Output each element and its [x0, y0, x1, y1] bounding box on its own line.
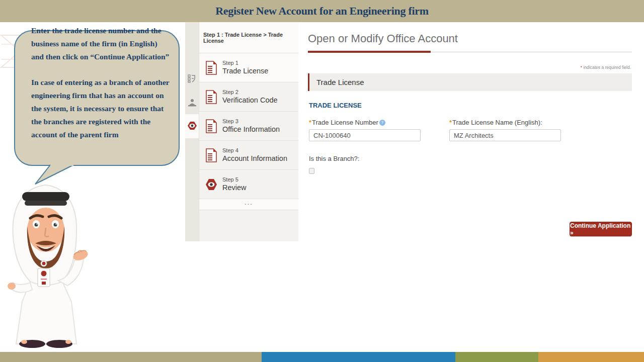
tutorial-paragraph-2: In case of entering as a branch of anoth…	[31, 76, 170, 141]
breadcrumb: Step 1 : Trade License > Trade License	[199, 22, 298, 53]
wizard-step-review[interactable]: Step 5 Review	[199, 170, 298, 199]
trade-license-number-label: *Trade License Number?	[309, 119, 440, 126]
wizard-step-account-information[interactable]: Step 4 Account Information	[199, 141, 298, 170]
tutorial-text: Enter the trade license number and the b…	[31, 24, 170, 141]
tutorial-slide: Register New Account for an Engineering …	[0, 0, 644, 362]
step-number: Step 2	[222, 89, 278, 96]
step-label: Trade License	[222, 66, 268, 75]
more-steps-ellipsis[interactable]: ...	[199, 199, 298, 210]
stripe-tan	[0, 352, 262, 362]
field-label-text: Trade License Number	[312, 119, 378, 126]
step-label: Account Information	[222, 154, 287, 163]
tutorial-paragraph-1: Enter the trade license number and the b…	[31, 24, 170, 63]
eye-icon	[205, 177, 217, 192]
stripe-blue	[262, 352, 455, 362]
subsection-title: TRADE LICENSE	[309, 102, 362, 109]
trade-license-number-input[interactable]	[309, 129, 421, 141]
required-field-note: * indicates a required field.	[581, 65, 631, 70]
form-title: Open or Modify Office Account	[308, 32, 458, 45]
title-underline-accent	[308, 51, 431, 53]
branch-checkbox[interactable]	[309, 168, 314, 174]
trade-license-name-field: *Trade License Name (English):	[449, 119, 580, 141]
document-icon	[205, 119, 217, 133]
help-icon[interactable]: ?	[379, 120, 385, 126]
main-form-area: Open or Modify Office Account * indicate…	[308, 22, 632, 352]
step-wizard: Step 1 : Trade License > Trade License S…	[199, 22, 298, 241]
required-asterisk: *	[309, 119, 311, 126]
sidebar-icon-rail	[185, 22, 199, 241]
section-title: Trade License	[316, 78, 364, 86]
section-header-trade-license: Trade License	[308, 73, 632, 91]
title-underline-rest	[431, 52, 632, 52]
wizard-step-office-information[interactable]: Step 3 Office Information	[199, 112, 298, 141]
step-label: Office Information	[222, 125, 280, 134]
stripe-orange	[538, 352, 644, 362]
continue-application-button[interactable]: Continue Application »	[570, 222, 632, 236]
required-asterisk: *	[449, 119, 452, 126]
document-icon	[205, 90, 217, 104]
step-number: Step 3	[222, 118, 280, 125]
mascot-character	[1, 182, 94, 349]
document-icon	[205, 148, 217, 162]
step-number: Step 4	[222, 147, 287, 154]
required-note-text: indicates a required field.	[582, 65, 631, 70]
people-icon[interactable]	[185, 97, 199, 109]
wizard-step-verification-code[interactable]: Step 2 Verification Code	[199, 82, 298, 112]
wizard-step-trade-license[interactable]: Step 1 Trade License	[199, 53, 298, 82]
document-icon	[205, 61, 217, 75]
step-label: Verification Code	[222, 96, 278, 105]
stripe-green	[455, 352, 538, 362]
trade-license-number-field: *Trade License Number?	[309, 119, 440, 141]
step-number: Step 5	[222, 176, 247, 184]
page-header: Register New Account for an Engineering …	[0, 0, 644, 22]
step-number: Step 1	[222, 60, 268, 67]
branch-question-label: Is this a Branch?:	[309, 155, 359, 162]
step-label: Review	[222, 183, 247, 192]
trade-license-name-input[interactable]	[449, 129, 561, 141]
field-label-text: Trade License Name (English):	[452, 119, 542, 126]
record-list-icon[interactable]	[185, 72, 199, 84]
review-eye-icon[interactable]	[185, 120, 199, 132]
page-title: Register New Account for an Engineering …	[215, 5, 428, 18]
title-underline	[308, 51, 632, 53]
trade-license-name-label: *Trade License Name (English):	[449, 119, 580, 126]
footer-stripe-bar	[0, 352, 644, 362]
